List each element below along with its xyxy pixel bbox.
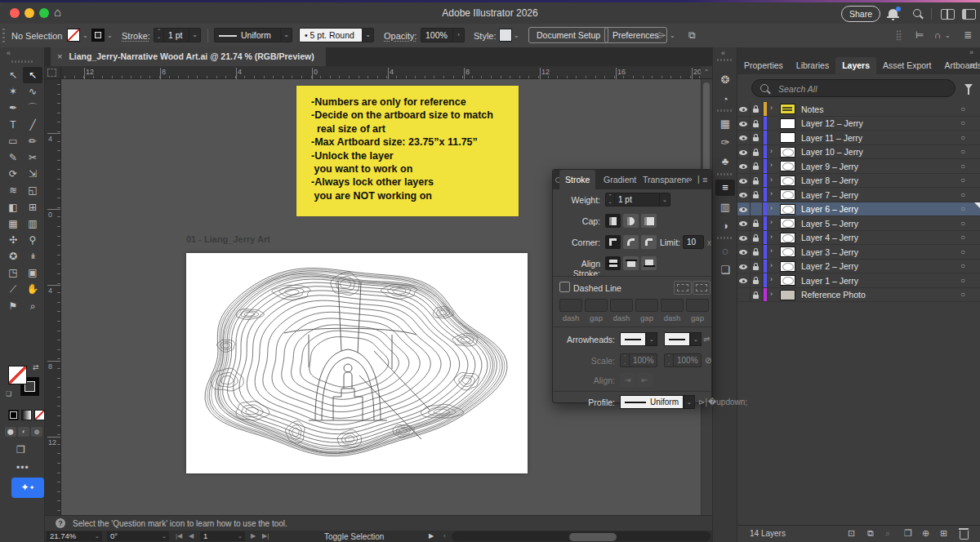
question-mark-icon[interactable]: ? bbox=[56, 518, 65, 528]
lock-cell[interactable] bbox=[750, 117, 763, 131]
eyedropper-tool[interactable]: ⚲ bbox=[23, 232, 42, 248]
horizontal-ruler[interactable]: 1284048121620 bbox=[61, 66, 701, 79]
layer-row[interactable]: ›Layer 8 – Jerry○ bbox=[737, 174, 980, 189]
isolate-chevron-icon[interactable]: ⌄ bbox=[670, 32, 675, 39]
align-dash-button[interactable] bbox=[693, 281, 710, 295]
brushes-panel-icon[interactable]: ✑ bbox=[715, 135, 735, 151]
layer-row[interactable]: ›Layer 3 – Jerry○ bbox=[737, 245, 980, 260]
symbol-sprayer-tool[interactable]: ✪ bbox=[3, 248, 23, 264]
target-circle-icon[interactable]: ○ bbox=[960, 204, 965, 213]
layer-row[interactable]: ›Notes○ bbox=[737, 102, 980, 117]
lock-cell[interactable] bbox=[750, 202, 763, 216]
search-input[interactable] bbox=[777, 82, 943, 96]
miter-join-button[interactable] bbox=[605, 235, 621, 249]
document-setup-button[interactable]: Document Setup bbox=[528, 27, 608, 43]
tab-layers[interactable]: Layers bbox=[835, 57, 876, 74]
lock-cell[interactable] bbox=[750, 174, 763, 188]
target-circle-icon[interactable]: ○ bbox=[960, 133, 965, 142]
blend-tool[interactable]: ✣ bbox=[3, 232, 23, 248]
layer-row[interactable]: ›Layer 7 – Jerry○ bbox=[737, 188, 980, 202]
expand-layer-icon[interactable]: › bbox=[770, 218, 773, 226]
share-button[interactable]: Share bbox=[841, 6, 880, 22]
tab-transparency[interactable]: Transparency bbox=[637, 170, 688, 189]
target-circle-icon[interactable]: ○ bbox=[960, 276, 965, 285]
default-fill-stroke-icon[interactable]: ❏ bbox=[6, 390, 11, 398]
artboard-dropdown-icon[interactable]: ⌄ bbox=[235, 531, 245, 541]
opacity-value[interactable]: 100% bbox=[421, 28, 453, 42]
tab-gradient[interactable]: Gradient bbox=[598, 170, 642, 189]
hand-tool[interactable]: ✋ bbox=[23, 281, 42, 297]
free-transform-tool[interactable]: ◱ bbox=[23, 182, 42, 198]
style-chevron-icon[interactable]: ⌄ bbox=[514, 32, 519, 39]
tab-stroke[interactable]: Stroke bbox=[559, 170, 595, 189]
scroll-up-arrow[interactable]: ⌃ bbox=[701, 66, 712, 79]
expand-layer-icon[interactable]: › bbox=[770, 161, 773, 169]
layer-name[interactable]: Layer 7 – Jerry bbox=[801, 190, 858, 200]
lock-cell[interactable] bbox=[750, 131, 763, 144]
opacity-arrow[interactable]: › bbox=[452, 28, 465, 42]
edit-toolbar-icon[interactable]: ••• bbox=[16, 462, 29, 473]
close-document-icon[interactable]: × bbox=[57, 51, 62, 61]
visibility-cell[interactable] bbox=[737, 102, 751, 116]
layer-thumbnail[interactable] bbox=[780, 275, 795, 286]
stroke-weight-dropdown[interactable]: ⌄ bbox=[189, 28, 201, 42]
ruler-origin-box[interactable] bbox=[45, 66, 61, 79]
dashed-line-checkbox[interactable] bbox=[559, 282, 570, 292]
lock-icon[interactable] bbox=[753, 295, 759, 299]
lock-cell[interactable] bbox=[750, 231, 763, 245]
color-panel-icon[interactable]: ❂ bbox=[715, 72, 735, 88]
eye-icon[interactable] bbox=[739, 193, 747, 198]
dock-grip[interactable] bbox=[717, 237, 733, 239]
scissors-tool[interactable]: ✂ bbox=[23, 149, 42, 166]
stroke-chevron-icon[interactable]: ⌄ bbox=[107, 32, 113, 39]
expand-layer-icon[interactable]: › bbox=[770, 275, 773, 283]
last-artboard-icon[interactable]: ▶| bbox=[262, 532, 269, 540]
target-circle-icon[interactable]: ○ bbox=[960, 162, 965, 171]
lock-cell[interactable] bbox=[750, 288, 763, 302]
expand-layer-icon[interactable]: › bbox=[770, 104, 773, 112]
width-tool[interactable]: ≋ bbox=[3, 182, 23, 198]
artboard-tool[interactable]: ◳ bbox=[3, 264, 23, 281]
scale-tool[interactable]: ⇲ bbox=[23, 166, 42, 182]
brush-definition-field[interactable]: • 5 pt. Round bbox=[299, 28, 363, 42]
profile-dropdown[interactable]: Uniform⌄ bbox=[620, 395, 695, 409]
panel-menu-icon[interactable]: ≡ bbox=[970, 60, 975, 70]
round-join-button[interactable] bbox=[623, 235, 639, 249]
layer-thumbnail[interactable] bbox=[780, 218, 795, 229]
layer-name[interactable]: Layer 6 – Jerry bbox=[801, 204, 858, 214]
width-profile-dropdown[interactable]: ⌄ bbox=[280, 28, 292, 42]
layer-thumbnail[interactable] bbox=[780, 189, 795, 200]
eye-icon[interactable] bbox=[739, 264, 747, 269]
layer-name[interactable]: Layer 9 – Jerry bbox=[801, 162, 858, 171]
stroke-weight-value[interactable]: 1 pt bbox=[163, 28, 189, 42]
search-icon[interactable] bbox=[913, 9, 921, 17]
slice-tool[interactable]: ▣ bbox=[23, 264, 42, 281]
lock-cell[interactable] bbox=[750, 102, 763, 116]
collapse-dock-icon[interactable]: « bbox=[721, 49, 725, 57]
layer-name[interactable]: Layer 8 – Jerry bbox=[801, 175, 858, 185]
layer-thumbnail[interactable] bbox=[780, 247, 795, 257]
panel-menu-icon[interactable]: ≡ bbox=[702, 175, 707, 184]
draw-behind-mode-button[interactable]: ◐ bbox=[18, 427, 29, 437]
eye-icon[interactable] bbox=[739, 278, 747, 283]
eye-icon[interactable] bbox=[739, 179, 747, 184]
tab-asset-export[interactable]: Asset Export bbox=[876, 57, 938, 74]
tools-grip[interactable] bbox=[11, 60, 33, 63]
lock-cell[interactable] bbox=[750, 273, 763, 287]
layer-thumbnail[interactable] bbox=[780, 233, 795, 243]
shape-builder-tool[interactable]: ◧ bbox=[3, 199, 23, 215]
expand-layer-icon[interactable]: › bbox=[770, 261, 773, 269]
lock-icon[interactable] bbox=[753, 166, 759, 170]
lock-icon[interactable] bbox=[753, 137, 759, 141]
eye-icon[interactable] bbox=[739, 221, 747, 226]
eye-icon[interactable] bbox=[739, 236, 747, 241]
layer-thumbnail[interactable] bbox=[780, 161, 795, 171]
align-outside-button[interactable] bbox=[641, 256, 657, 270]
butt-cap-button[interactable] bbox=[605, 214, 621, 228]
layer-name[interactable]: Layer 2 – Jerry bbox=[801, 261, 858, 271]
visibility-cell[interactable] bbox=[737, 245, 751, 259]
layer-name[interactable]: Layer 10 – Jerry bbox=[801, 147, 863, 157]
round-cap-button[interactable] bbox=[623, 214, 639, 228]
stroke-weight-label[interactable]: Stroke: bbox=[122, 31, 150, 41]
projecting-cap-button[interactable] bbox=[641, 214, 657, 228]
